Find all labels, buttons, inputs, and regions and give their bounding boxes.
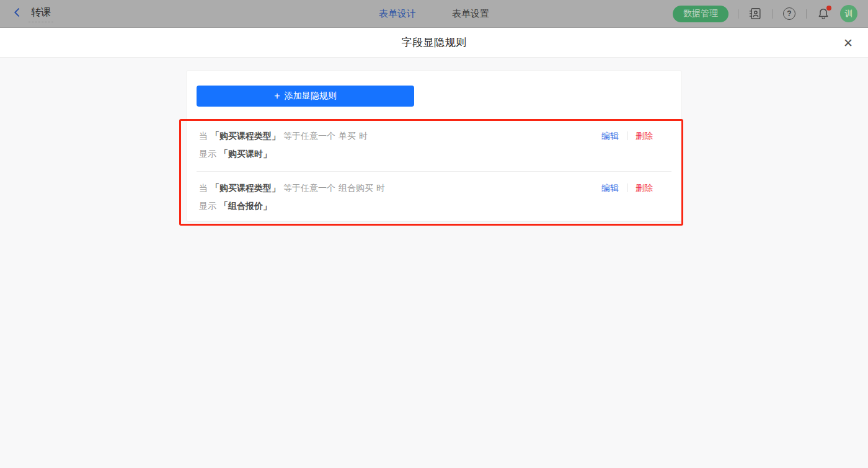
rule-show-prefix: 显示 xyxy=(199,201,216,211)
data-manage-button[interactable]: 数据管理 xyxy=(673,6,728,22)
rule-field-name: 「购买课程类型」 xyxy=(211,131,280,141)
rule-value: 组合购买 xyxy=(339,183,373,193)
rule-actions: 编辑 删除 xyxy=(601,180,653,196)
rule-row: 当「购买课程类型」等于任意一个单买时 显示「购买课时」 编辑 删除 xyxy=(197,120,671,171)
add-rule-button[interactable]: + 添加显隐规则 xyxy=(197,86,414,107)
rule-show-field: 「组合报价」 xyxy=(219,201,272,211)
rule-when-suffix: 时 xyxy=(359,131,368,141)
chevron-left-icon xyxy=(11,6,24,21)
delete-link[interactable]: 删除 xyxy=(636,180,653,196)
modal-body: + 添加显隐规则 当「购买课程类型」等于任意一个单买时 显示「购买课时」 编辑 … xyxy=(0,58,868,222)
rule-when-suffix: 时 xyxy=(376,183,385,193)
center-tabs: 表单设计 表单设置 xyxy=(379,8,489,20)
edit-link[interactable]: 编辑 xyxy=(601,128,619,144)
add-rule-label: 添加显隐规则 xyxy=(285,91,337,102)
rule-operator: 等于任意一个 xyxy=(283,131,335,141)
rule-show-prefix: 显示 xyxy=(199,149,216,159)
divider xyxy=(627,183,627,192)
rules-list: 当「购买课程类型」等于任意一个单买时 显示「购买课时」 编辑 删除 当「购买课程… xyxy=(197,120,671,223)
modal-header: 字段显隐规则 ✕ xyxy=(0,28,868,58)
divider xyxy=(806,9,807,19)
rule-actions: 编辑 删除 xyxy=(601,128,653,144)
tab-form-design[interactable]: 表单设计 xyxy=(379,8,416,20)
divider xyxy=(627,131,627,140)
rule-show-field: 「购买课时」 xyxy=(219,149,272,159)
help-icon[interactable]: ? xyxy=(782,6,797,21)
close-icon[interactable]: ✕ xyxy=(843,37,853,48)
tab-form-settings[interactable]: 表单设置 xyxy=(452,8,489,20)
topbar: 转课 表单设计 表单设置 数据管理 ? xyxy=(0,0,868,28)
notification-badge xyxy=(826,6,831,11)
back-button[interactable] xyxy=(11,6,24,21)
rule-when-prefix: 当 xyxy=(199,183,208,193)
question-mark: ? xyxy=(783,7,795,20)
page: 转课 表单设计 表单设置 数据管理 ? xyxy=(0,0,868,468)
rules-card: + 添加显隐规则 当「购买课程类型」等于任意一个单买时 显示「购买课时」 编辑 … xyxy=(186,70,682,222)
form-title[interactable]: 转课 xyxy=(29,5,53,22)
rule-operator: 等于任意一个 xyxy=(283,183,335,193)
page-title: 字段显隐规则 xyxy=(402,35,467,50)
notification-bell-icon[interactable] xyxy=(816,6,831,21)
plus-icon: + xyxy=(274,91,280,101)
rule-action-line: 显示「组合报价」 xyxy=(199,197,669,215)
divider xyxy=(772,9,773,19)
contacts-icon[interactable] xyxy=(748,6,763,21)
rule-when-prefix: 当 xyxy=(199,131,208,141)
delete-link[interactable]: 删除 xyxy=(636,128,653,144)
rule-field-name: 「购买课程类型」 xyxy=(211,183,280,193)
edit-link[interactable]: 编辑 xyxy=(601,180,619,196)
divider xyxy=(738,9,738,19)
rule-condition-line: 当「购买课程类型」等于任意一个组合购买时 xyxy=(199,179,669,197)
rule-value: 单买 xyxy=(339,131,356,141)
avatar[interactable]: 训 xyxy=(840,5,857,22)
rule-condition-line: 当「购买课程类型」等于任意一个单买时 xyxy=(199,127,669,145)
rule-action-line: 显示「购买课时」 xyxy=(199,145,669,163)
topbar-actions: 数据管理 ? xyxy=(673,5,868,22)
rule-row: 当「购买课程类型」等于任意一个组合购买时 显示「组合报价」 编辑 删除 xyxy=(197,171,671,223)
